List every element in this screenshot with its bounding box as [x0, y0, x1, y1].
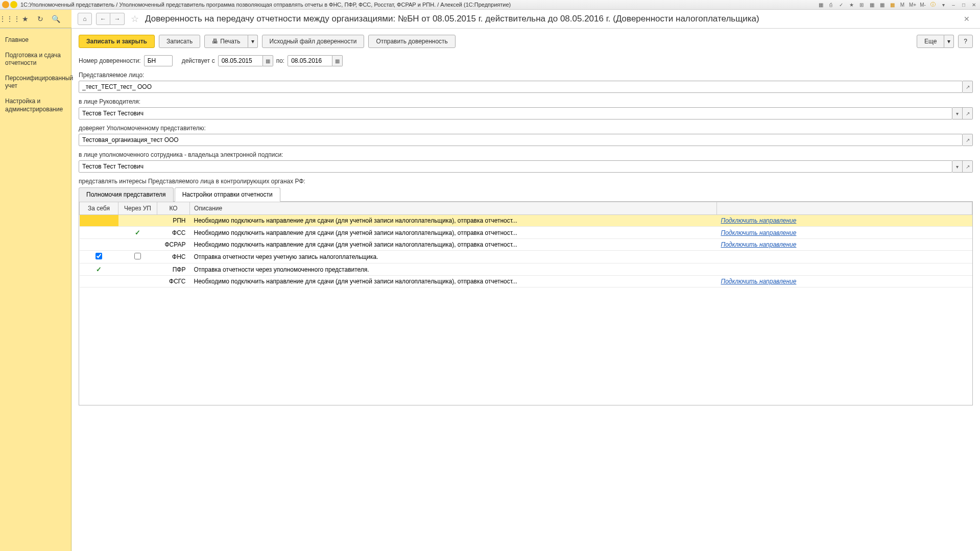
sidebar-item-personified[interactable]: Персонифицированный учет: [0, 71, 71, 94]
info-icon[interactable]: ⓘ: [929, 1, 937, 8]
to-date-picker-icon[interactable]: ▦: [332, 55, 343, 66]
close-page-icon[interactable]: ✕: [960, 15, 974, 23]
from-date-input[interactable]: [218, 55, 263, 66]
connect-link[interactable]: Подключить направление: [721, 229, 797, 236]
back-button[interactable]: ←: [96, 13, 110, 25]
cell-self: [80, 239, 118, 251]
th-desc[interactable]: Описание: [190, 202, 717, 215]
home-button[interactable]: ⌂: [78, 13, 92, 25]
tab-settings[interactable]: Настройки отправки отчетности: [175, 187, 280, 202]
checkbox[interactable]: [134, 253, 141, 259]
send-button[interactable]: Отправить доверенность: [368, 35, 455, 48]
rep-input[interactable]: [79, 134, 963, 146]
save-close-button[interactable]: Записать и закрыть: [79, 35, 155, 48]
number-label: Номер доверенности:: [79, 57, 141, 64]
sidebar-item-main[interactable]: Главное: [0, 33, 71, 48]
cell-action: [717, 251, 972, 263]
save-button[interactable]: Записать: [159, 35, 200, 48]
head-dropdown-icon[interactable]: ▾: [952, 107, 963, 119]
th-self[interactable]: За себя: [80, 202, 118, 215]
to-date-input[interactable]: [288, 55, 332, 66]
table-row[interactable]: ФСРАРНеобходимо подключить направление д…: [80, 239, 972, 251]
number-date-row: Номер доверенности: действует с ▦ по: ▦: [79, 55, 973, 66]
left-toolbar: ⋮⋮⋮ ★ ↻ 🔍: [0, 10, 71, 28]
tabs: Полномочия представителя Настройки отпра…: [79, 187, 973, 202]
table-row[interactable]: ✓ПФРОтправка отчетности через уполномоче…: [80, 263, 972, 276]
mem-mminus[interactable]: M-: [919, 1, 927, 8]
head-open-icon[interactable]: ↗: [963, 107, 973, 119]
window-controls: ▦ ⎙ ✓ ★ ⊞ ▦ ▦ ▦ M M+ M- ⓘ ▾ – □ ✕: [817, 1, 978, 8]
print-button[interactable]: 🖶Печать: [204, 35, 248, 48]
mem-m[interactable]: M: [898, 1, 906, 8]
emp-input[interactable]: [79, 160, 952, 173]
cell-up: [118, 239, 157, 251]
more-dropdown[interactable]: ▾: [944, 35, 954, 48]
print-dropdown[interactable]: ▾: [248, 35, 258, 48]
cell-up: [118, 215, 157, 227]
cell-up: [118, 263, 157, 276]
cell-self: [80, 215, 118, 227]
minimize-icon[interactable]: –: [949, 1, 958, 8]
connect-link[interactable]: Подключить направление: [721, 241, 797, 248]
cell-up: [118, 251, 157, 263]
help-button[interactable]: ?: [958, 35, 973, 48]
sidebar-item-settings[interactable]: Настройка и администрирование: [0, 94, 71, 117]
action-bar: Записать и закрыть Записать 🖶Печать ▾ Ис…: [79, 35, 973, 48]
mem-mplus[interactable]: M+: [909, 1, 917, 8]
sidebar-item-reports[interactable]: Подготовка и сдача отчетности: [0, 48, 71, 71]
org-input[interactable]: [79, 81, 963, 93]
toolbar-icon[interactable]: ⎙: [827, 1, 835, 8]
app-icon-dropdown[interactable]: [10, 1, 17, 8]
cell-action: Подключить направление: [717, 215, 972, 227]
more-button[interactable]: Еще: [917, 35, 944, 48]
cell-ko: ПФР: [157, 263, 190, 276]
favorite-icon[interactable]: ☆: [131, 13, 139, 25]
forward-button[interactable]: →: [110, 13, 125, 25]
number-input[interactable]: [144, 55, 173, 66]
toolbar-icon[interactable]: ★: [847, 1, 855, 8]
checkbox[interactable]: [95, 253, 102, 259]
connect-link[interactable]: Подключить направление: [721, 278, 797, 285]
toolbar-icon[interactable]: ⊞: [857, 1, 866, 8]
emp-open-icon[interactable]: ↗: [963, 160, 973, 173]
cell-up: [118, 276, 157, 288]
toolbar-icon[interactable]: ▦: [868, 1, 876, 8]
dropdown-icon[interactable]: ▾: [939, 1, 947, 8]
cell-ko: ФСС: [157, 227, 190, 239]
history-icon[interactable]: ↻: [36, 14, 45, 23]
cell-desc: Отправка отчетности через учетную запись…: [190, 251, 717, 263]
tab-powers[interactable]: Полномочия представителя: [79, 187, 174, 202]
sidebar: Главное Подготовка и сдача отчетности Пе…: [0, 29, 71, 551]
cell-desc: Необходимо подключить направление для сд…: [190, 276, 717, 288]
main-area: Главное Подготовка и сдача отчетности Пе…: [0, 29, 980, 551]
connect-link[interactable]: Подключить направление: [721, 217, 797, 224]
maximize-icon[interactable]: □: [960, 1, 968, 8]
table-row[interactable]: ФНСОтправка отчетности через учетную зап…: [80, 251, 972, 263]
th-up[interactable]: Через УП: [118, 202, 157, 215]
toolbar-icon[interactable]: ▦: [878, 1, 886, 8]
th-ko[interactable]: КО: [157, 202, 190, 215]
table-row[interactable]: ФСГСНеобходимо подключить направление дл…: [80, 276, 972, 288]
interests-label: представлять интересы Представляемого ли…: [79, 178, 973, 185]
source-file-button[interactable]: Исходный файл доверенности: [262, 35, 365, 48]
toolbar-icon[interactable]: ✓: [837, 1, 845, 8]
table-row[interactable]: ✓ФССНеобходимо подключить направление дл…: [80, 227, 972, 239]
rep-open-icon[interactable]: ↗: [963, 134, 973, 146]
emp-dropdown-icon[interactable]: ▾: [952, 160, 963, 173]
apps-icon[interactable]: ⋮⋮⋮: [5, 14, 14, 23]
head-input[interactable]: [79, 107, 952, 119]
print-label: Печать: [220, 38, 240, 45]
toolbar-icon[interactable]: ▦: [817, 1, 825, 8]
cell-action: Подключить направление: [717, 239, 972, 251]
app-icons: [2, 1, 17, 8]
page-title: Доверенность на передачу отчетности межд…: [145, 14, 759, 24]
close-icon[interactable]: ✕: [970, 1, 978, 8]
star-icon[interactable]: ★: [20, 14, 30, 23]
from-date-picker-icon[interactable]: ▦: [263, 55, 273, 66]
search-icon[interactable]: 🔍: [51, 14, 60, 23]
toolbar-icon[interactable]: ▦: [888, 1, 896, 8]
settings-table: За себя Через УП КО Описание РПННеобходи…: [79, 202, 972, 288]
org-open-icon[interactable]: ↗: [963, 81, 973, 93]
cell-up: ✓: [118, 227, 157, 239]
table-row[interactable]: РПННеобходимо подключить направление для…: [80, 215, 972, 227]
